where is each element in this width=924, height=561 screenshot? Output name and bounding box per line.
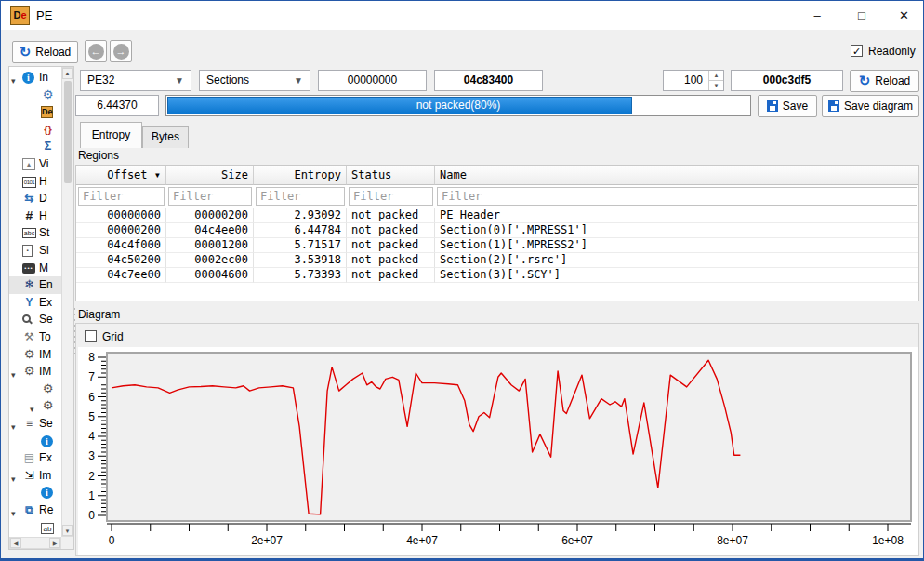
reload-button[interactable]: ↻ Reload [12, 41, 78, 63]
reload-button-2[interactable]: ↻ Reload [850, 70, 919, 92]
column-header-status[interactable]: Status [347, 166, 435, 185]
sidebar-item-sections-info[interactable]: i [9, 433, 61, 450]
close-button[interactable]: ✕ [883, 1, 924, 30]
column-header-offset[interactable]: Offset ▾ [76, 166, 166, 185]
scroll-up-icon[interactable]: ▲ [62, 68, 73, 79]
chevron-down-icon[interactable]: ▾ [11, 471, 16, 485]
region-cell: not packed [347, 238, 435, 253]
vscroll-thumb[interactable] [64, 81, 72, 183]
spinbox-buttons[interactable]: ▲ ▼ [708, 71, 723, 90]
sidebar-hscrollbar[interactable]: ◀ ▶ [9, 537, 61, 549]
sidebar-item-info[interactable]: ▾iIn [9, 69, 61, 87]
maximize-button[interactable]: □ [840, 1, 883, 30]
sidebar-item-label: Vi [39, 155, 48, 172]
spin-down-icon[interactable]: ▼ [709, 80, 723, 89]
sidebar-item-search[interactable]: Se [9, 311, 61, 328]
chip-icon: ••• [22, 263, 35, 274]
sidebar-item-image-dos-header[interactable]: ⚙IM [9, 346, 61, 364]
chevron-down-icon[interactable]: ▾ [11, 419, 16, 433]
info-icon: i [22, 72, 34, 84]
column-header-entropy[interactable]: Entropy [254, 166, 347, 185]
readonly-checkbox[interactable]: ✓ [851, 45, 863, 57]
region-row[interactable]: 00000000000002002.93092not packedPE Head… [76, 208, 918, 223]
chevron-down-icon[interactable]: ▾ [11, 367, 16, 381]
chevron-down-icon[interactable]: ▾ [11, 505, 16, 519]
offset-field[interactable]: 00000000 [318, 70, 427, 91]
region-cell: Section(3)['.SCY'] [435, 268, 919, 283]
sidebar-item-export[interactable]: ▤Ex [9, 449, 61, 467]
svg-text:8: 8 [88, 351, 95, 364]
column-header-name[interactable]: Name [435, 166, 919, 185]
region-row[interactable]: 04c4f000000012005.71517not packedSection… [76, 238, 918, 253]
sidebar-item-label: Se [39, 415, 53, 432]
sidebar-item-signatures[interactable]: ▪Si [9, 242, 61, 260]
ab-icon: ab [41, 523, 54, 534]
sidebar-item-format-braces[interactable]: {} [9, 121, 61, 139]
sidebar-item-hash[interactable]: #H [9, 207, 61, 225]
sidebar-item-label: H [39, 173, 47, 190]
scroll-right-icon[interactable]: ▶ [49, 538, 60, 548]
region-cell: 5.73393 [254, 268, 347, 283]
sidebar-item-image-nt-headers[interactable]: ▾⚙IM [9, 363, 61, 381]
region-cell: 04c7ee00 [76, 268, 166, 283]
tab-entropy[interactable]: Entropy [80, 122, 142, 148]
scroll-down-icon[interactable]: ▼ [62, 525, 73, 536]
sidebar-item-tools[interactable]: ⚒To [9, 328, 61, 346]
sidebar-item-label: Im [39, 467, 51, 484]
sidebar-item-resources-ab[interactable]: ab [9, 519, 61, 537]
svg-text:5: 5 [88, 410, 95, 423]
format-combobox[interactable]: PE32 ▼ [80, 70, 191, 91]
region-row[interactable]: 0000020004c4ee006.44784not packedSection… [76, 223, 918, 238]
sidebar-item-entropy[interactable]: ❄En [9, 276, 61, 294]
svg-text:1e+08: 1e+08 [872, 534, 904, 547]
size-hex-field[interactable]: 000c3df5 [731, 70, 843, 91]
svg-text:0: 0 [109, 534, 115, 547]
sidebar-item-extractor[interactable]: YEx [9, 294, 61, 312]
filter-input-status[interactable] [349, 187, 433, 206]
svg-text:0: 0 [88, 509, 95, 522]
sidebar-item-scan-engine[interactable]: ⚙ [9, 87, 61, 104]
regions-group-label: Regions [78, 149, 119, 162]
save-diagram-button[interactable]: Save diagram [822, 95, 919, 117]
sidebar-vscrollbar[interactable]: ▲ ▼ [61, 67, 73, 537]
disasm-icon: ⇆ [22, 192, 36, 206]
sidebar-item-die-script[interactable]: De [9, 103, 61, 121]
sidebar-item-strings[interactable]: abcSt [9, 224, 61, 242]
snowflake-icon: ❄ [22, 278, 36, 292]
grid-checkbox[interactable] [85, 330, 97, 342]
sidebar-item-image-optional-header[interactable]: ▾⚙ [9, 397, 61, 415]
sidebar-item-disasm[interactable]: ⇆D [9, 190, 61, 207]
sidebar-item-import[interactable]: ▾⇲Im [9, 467, 61, 485]
sidebar-item-hex[interactable]: 0101H [9, 173, 61, 191]
filter-input-size[interactable] [168, 187, 252, 206]
chevron-down-icon[interactable]: ▾ [30, 401, 34, 415]
spin-up-icon[interactable]: ▲ [709, 71, 723, 80]
column-header-size[interactable]: Size [166, 166, 254, 185]
sidebar-item-label: D [39, 190, 47, 207]
tab-bytes[interactable]: Bytes [142, 126, 189, 148]
sidebar-item-sigma[interactable]: Σ [9, 138, 61, 155]
save-button[interactable]: Save [758, 95, 817, 117]
filter-input-name[interactable] [437, 187, 917, 206]
sidebar-item-image-file-header[interactable]: ⚙ [9, 381, 61, 398]
sidebar-item-label: Si [39, 242, 49, 259]
view-combobox[interactable]: Sections ▼ [199, 70, 310, 91]
sidebar-item-resources[interactable]: ▾⧉Re [9, 501, 61, 519]
size-field[interactable]: 04c83400 [434, 70, 543, 91]
sidebar-item-sections[interactable]: ▾≡Se [9, 415, 61, 433]
region-row[interactable]: 04c502000002ec003.53918not packedSection… [76, 253, 918, 268]
minimize-button[interactable]: – [796, 1, 838, 30]
scroll-left-icon[interactable]: ◀ [10, 538, 21, 548]
back-button[interactable]: ← [85, 40, 107, 62]
filter-input-offset[interactable] [78, 187, 165, 206]
sidebar-item-visualization[interactable]: ▴Vi [9, 155, 61, 173]
doc-icon: ▪ [22, 245, 33, 257]
sidebar-item-import-info[interactable]: i [9, 484, 61, 501]
forward-button[interactable]: → [110, 40, 132, 62]
region-row[interactable]: 04c7ee00000046005.73393not packedSection… [76, 268, 918, 283]
total-entropy-field[interactable]: 6.44370 [75, 95, 159, 116]
filter-input-entropy[interactable] [256, 187, 345, 206]
save-icon [828, 100, 839, 112]
chevron-down-icon[interactable]: ▾ [11, 73, 16, 87]
sidebar-item-memory-map[interactable]: •••M [9, 260, 61, 277]
